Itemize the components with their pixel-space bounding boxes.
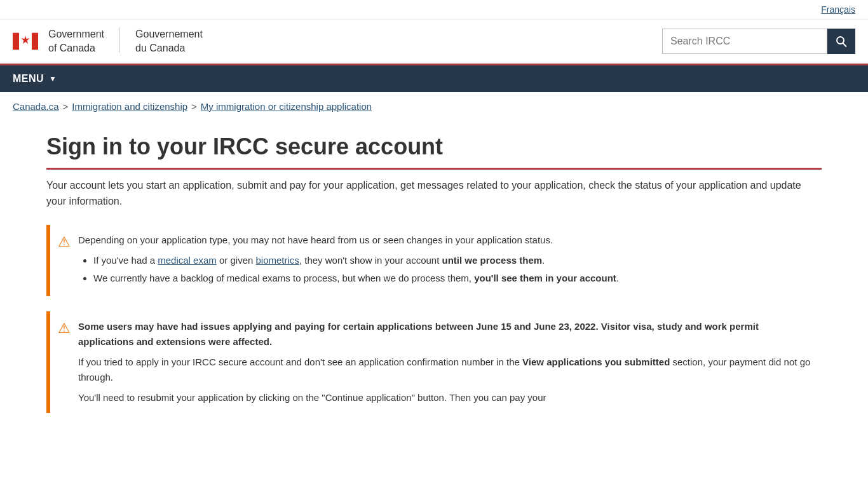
utility-bar: Français — [0, 0, 868, 20]
svg-line-5 — [843, 43, 847, 47]
page-intro: Your account lets you start an applicati… — [46, 177, 822, 210]
alert-2-para-2: You'll need to resubmit your application… — [78, 390, 811, 405]
medical-exam-link[interactable]: medical exam — [158, 255, 217, 266]
alert-inner-1: ⚠ Depending on your application type, yo… — [58, 233, 811, 288]
svg-rect-2 — [32, 33, 38, 50]
breadcrumb-link-immigration[interactable]: Immigration and citizenship — [72, 101, 187, 112]
logo-text-french: Gouvernement du Canada — [135, 27, 203, 56]
alert-2-para-1: If you tried to apply in your IRCC secur… — [78, 355, 811, 385]
alert-2-bold-para: Some users may have had issues applying … — [78, 319, 811, 349]
breadcrumb-link-myapplication[interactable]: My immigration or citizenship applicatio… — [201, 101, 372, 112]
biometrics-link[interactable]: biometrics — [256, 255, 299, 266]
search-button[interactable] — [827, 29, 855, 54]
logo-area: Government of Canada Gouvernement du Can… — [13, 27, 203, 56]
menu-arrow-icon: ▼ — [49, 74, 57, 83]
nav-menu: MENU ▼ — [0, 65, 868, 92]
alert-1-bullet-1: If you've had a medical exam or given bi… — [93, 253, 811, 268]
logo-divider — [119, 27, 120, 53]
logo-text-group: Government of Canada Gouvernement du Can… — [48, 27, 203, 56]
search-icon — [835, 35, 848, 48]
alert-box-2: ⚠ Some users may have had issues applyin… — [46, 311, 822, 413]
flag-icon — [13, 32, 38, 50]
search-area — [662, 29, 855, 54]
breadcrumb-chevron-1: > — [63, 101, 69, 112]
canada-flag — [13, 32, 38, 51]
svg-point-4 — [837, 37, 844, 44]
breadcrumb-separator-2: > My immigration or citizenship applicat… — [191, 101, 372, 112]
breadcrumb-chevron-2: > — [191, 101, 197, 112]
site-header: Government of Canada Gouvernement du Can… — [0, 20, 868, 65]
warning-icon-1: ⚠ — [58, 234, 71, 250]
warning-icon-2: ⚠ — [58, 320, 71, 337]
alert-1-bullet-2: We currently have a backlog of medical e… — [93, 271, 811, 286]
menu-button[interactable]: MENU ▼ — [0, 65, 70, 92]
main-content: Sign in to your IRCC secure account Your… — [34, 121, 834, 454]
alert-content-1: Depending on your application type, you … — [78, 233, 811, 288]
breadcrumb-link-home[interactable]: Canada.ca — [13, 101, 59, 112]
alert-content-2: Some users may have had issues applying … — [78, 319, 811, 405]
breadcrumb-separator-1: > Immigration and citizenship — [63, 101, 188, 112]
alert-1-list: If you've had a medical exam or given bi… — [78, 253, 811, 286]
breadcrumb-item-home: Canada.ca — [13, 101, 59, 112]
breadcrumb: Canada.ca > Immigration and citizenship … — [0, 92, 868, 121]
french-link[interactable]: Français — [821, 4, 855, 15]
breadcrumb-list: Canada.ca > Immigration and citizenship … — [13, 101, 855, 112]
page-title: Sign in to your IRCC secure account — [46, 133, 822, 170]
alert-inner-2: ⚠ Some users may have had issues applyin… — [58, 319, 811, 405]
svg-rect-0 — [13, 33, 19, 50]
logo-text-english: Government of Canada — [48, 27, 104, 56]
alert-box-1: ⚠ Depending on your application type, yo… — [46, 225, 822, 296]
search-input[interactable] — [662, 29, 827, 54]
alert-1-main-text: Depending on your application type, you … — [78, 233, 811, 248]
